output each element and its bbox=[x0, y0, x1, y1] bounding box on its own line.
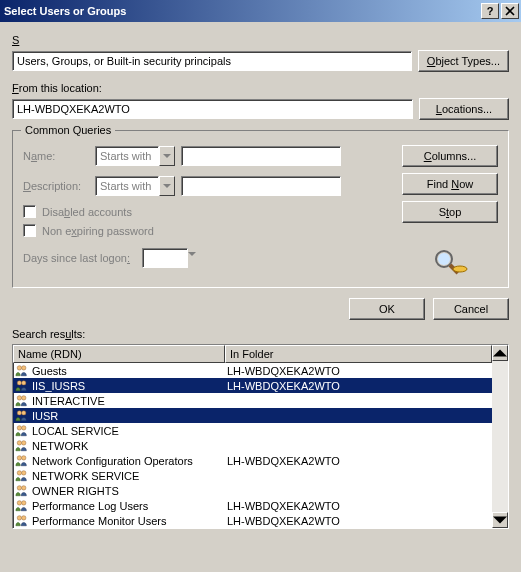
svg-point-25 bbox=[22, 516, 26, 520]
cell-name: NETWORK SERVICE bbox=[13, 469, 225, 482]
group-icon bbox=[15, 379, 29, 392]
svg-point-10 bbox=[17, 411, 21, 415]
scroll-down-icon bbox=[492, 512, 508, 528]
group-icon bbox=[15, 409, 29, 422]
days-since-logon-combo[interactable] bbox=[142, 248, 196, 268]
description-label: Description: bbox=[23, 180, 89, 192]
common-queries-legend: Common Queries bbox=[21, 124, 115, 136]
table-row[interactable]: LOCAL SERVICE bbox=[13, 423, 492, 438]
svg-point-6 bbox=[17, 381, 21, 385]
svg-point-12 bbox=[17, 426, 21, 430]
cell-name: LOCAL SERVICE bbox=[13, 424, 225, 437]
table-row[interactable]: OWNER RIGHTS bbox=[13, 483, 492, 498]
table-row[interactable]: NETWORK bbox=[13, 438, 492, 453]
table-row[interactable]: Network Configuration OperatorsLH-WBDQXE… bbox=[13, 453, 492, 468]
svg-point-3 bbox=[453, 266, 467, 272]
scroll-up-icon bbox=[492, 345, 508, 361]
column-header-name[interactable]: Name (RDN) bbox=[13, 345, 225, 363]
svg-point-8 bbox=[17, 396, 21, 400]
days-since-logon-label: Days since last logon: bbox=[23, 252, 130, 264]
cell-folder: LH-WBDQXEKA2WTO bbox=[225, 455, 492, 467]
group-icon bbox=[15, 454, 29, 467]
table-row[interactable]: IUSR bbox=[13, 408, 492, 423]
cell-folder: LH-WBDQXEKA2WTO bbox=[225, 500, 492, 512]
column-header-folder[interactable]: In Folder bbox=[225, 345, 492, 363]
svg-point-20 bbox=[17, 486, 21, 490]
table-row[interactable]: INTERACTIVE bbox=[13, 393, 492, 408]
chevron-down-icon bbox=[188, 248, 196, 268]
find-now-button[interactable]: Find Now bbox=[402, 173, 498, 195]
cell-name: Performance Monitor Users bbox=[13, 514, 225, 527]
cancel-button[interactable]: Cancel bbox=[433, 298, 509, 320]
close-button[interactable] bbox=[501, 3, 519, 19]
group-icon bbox=[15, 424, 29, 437]
table-row[interactable]: Performance Log UsersLH-WBDQXEKA2WTO bbox=[13, 498, 492, 513]
group-icon bbox=[15, 469, 29, 482]
disabled-accounts-checkbox[interactable]: Disabled accounts bbox=[23, 205, 394, 218]
stop-button[interactable]: Stop bbox=[402, 201, 498, 223]
non-expiring-password-checkbox[interactable]: Non expiring password bbox=[23, 224, 394, 237]
checkbox-icon bbox=[23, 224, 36, 237]
group-icon bbox=[15, 394, 29, 407]
help-button[interactable]: ? bbox=[481, 3, 499, 19]
svg-point-22 bbox=[17, 501, 21, 505]
results-table: Name (RDN) In Folder GuestsLH-WBDQXEKA2W… bbox=[12, 344, 509, 529]
cell-name: NETWORK bbox=[13, 439, 225, 452]
svg-point-11 bbox=[22, 411, 26, 415]
description-mode-combo[interactable]: Starts with bbox=[95, 176, 175, 196]
checkbox-icon bbox=[23, 205, 36, 218]
object-type-label: S bbox=[12, 34, 509, 46]
titlebar: Select Users or Groups ? bbox=[0, 0, 521, 22]
cell-name: OWNER RIGHTS bbox=[13, 484, 225, 497]
name-mode-combo[interactable]: Starts with bbox=[95, 146, 175, 166]
object-type-field: Users, Groups, or Built-in security prin… bbox=[12, 51, 412, 71]
group-icon bbox=[15, 514, 29, 527]
cell-folder: LH-WBDQXEKA2WTO bbox=[225, 380, 492, 392]
svg-point-21 bbox=[22, 486, 26, 490]
svg-point-17 bbox=[22, 456, 26, 460]
description-input[interactable] bbox=[181, 176, 341, 196]
cell-name: IUSR bbox=[13, 409, 225, 422]
vertical-scrollbar[interactable] bbox=[492, 345, 508, 528]
svg-point-15 bbox=[22, 441, 26, 445]
group-icon bbox=[15, 499, 29, 512]
svg-point-5 bbox=[22, 366, 26, 370]
from-location-label: From this location: bbox=[12, 82, 509, 94]
table-row[interactable]: NETWORK SERVICE bbox=[13, 468, 492, 483]
svg-point-1 bbox=[438, 253, 450, 265]
svg-point-18 bbox=[17, 471, 21, 475]
table-row[interactable]: Performance Monitor UsersLH-WBDQXEKA2WTO bbox=[13, 513, 492, 528]
name-label: Name: bbox=[23, 150, 89, 162]
group-icon bbox=[15, 439, 29, 452]
search-results-label: Search results: bbox=[12, 328, 509, 340]
ok-button[interactable]: OK bbox=[349, 298, 425, 320]
svg-point-14 bbox=[17, 441, 21, 445]
chevron-down-icon bbox=[159, 176, 175, 196]
svg-point-4 bbox=[17, 366, 21, 370]
cell-name: INTERACTIVE bbox=[13, 394, 225, 407]
cell-folder: LH-WBDQXEKA2WTO bbox=[225, 515, 492, 527]
name-input[interactable] bbox=[181, 146, 341, 166]
chevron-down-icon bbox=[159, 146, 175, 166]
cell-name: Network Configuration Operators bbox=[13, 454, 225, 467]
cell-name: Performance Log Users bbox=[13, 499, 225, 512]
table-row[interactable]: GuestsLH-WBDQXEKA2WTO bbox=[13, 363, 492, 378]
object-types-button[interactable]: Object Types... bbox=[418, 50, 509, 72]
svg-point-23 bbox=[22, 501, 26, 505]
svg-point-19 bbox=[22, 471, 26, 475]
columns-button[interactable]: Columns... bbox=[402, 145, 498, 167]
cell-name: Guests bbox=[13, 364, 225, 377]
cell-name: IIS_IUSRS bbox=[13, 379, 225, 392]
svg-point-7 bbox=[22, 381, 26, 385]
locations-button[interactable]: Locations... bbox=[419, 98, 509, 120]
magnify-icon bbox=[402, 247, 498, 275]
svg-point-24 bbox=[17, 516, 21, 520]
common-queries-group: Common Queries Name: Starts with Descrip… bbox=[12, 130, 509, 288]
svg-point-13 bbox=[22, 426, 26, 430]
group-icon bbox=[15, 364, 29, 377]
close-icon bbox=[505, 6, 515, 16]
svg-point-9 bbox=[22, 396, 26, 400]
table-row[interactable]: IIS_IUSRSLH-WBDQXEKA2WTO bbox=[13, 378, 492, 393]
title-text: Select Users or Groups bbox=[4, 5, 126, 17]
group-icon bbox=[15, 484, 29, 497]
